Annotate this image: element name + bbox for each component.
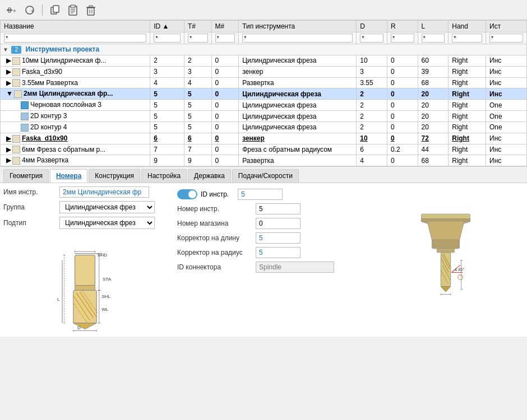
col-header-d[interactable]: D	[357, 21, 387, 32]
tool-num-input[interactable]	[256, 203, 301, 214]
svg-marker-28	[73, 323, 96, 329]
table-row[interactable]: ▶6мм Фреза с обратным р... 7 7 0 Фреза с…	[1, 144, 527, 155]
svg-marker-47	[427, 221, 464, 241]
table-row[interactable]: ▶4мм Развертка 9 9 0 Развертка 4 0 68 Ri…	[1, 155, 527, 166]
filter-name[interactable]	[4, 34, 146, 43]
shl-label: SHL	[101, 294, 110, 299]
filter-ist[interactable]	[489, 34, 523, 43]
form-mid-panel: ID инстр. Номер инстр. Номер магазина Ко…	[177, 186, 362, 333]
svg-point-64	[458, 275, 463, 280]
filter-m[interactable]	[215, 34, 235, 43]
svg-rect-8	[71, 5, 75, 8]
copy-button[interactable]	[48, 3, 62, 17]
table-header-row: Название ID ▲ T# M# Тип инструмента D R …	[1, 21, 527, 32]
col-header-r[interactable]: R	[387, 21, 418, 32]
id-value-input[interactable]	[238, 189, 283, 200]
tool-table: Название ID ▲ T# M# Тип инструмента D R …	[0, 20, 527, 166]
svg-rect-20	[75, 255, 95, 286]
form-right-panel: 4 45°	[368, 186, 524, 333]
len-corr-row: Корректор на длину	[177, 232, 362, 244]
len-corr-input[interactable]	[256, 232, 301, 244]
tool-table-area: Название ID ▲ T# M# Тип инструмента D R …	[0, 20, 527, 167]
tab-geometry[interactable]: Геометрия	[3, 169, 49, 183]
svg-rect-14	[89, 6, 93, 7]
filter-d[interactable]	[360, 34, 383, 43]
svg-text:+: +	[13, 8, 16, 14]
col-header-type[interactable]: Тип инструмента	[239, 21, 357, 32]
filter-type[interactable]	[242, 34, 353, 43]
filter-t[interactable]	[188, 34, 208, 43]
bottom-panel: Геометрия Номера Конструкция Настройка Д…	[0, 167, 527, 337]
tab-settings[interactable]: Настройка	[141, 169, 187, 183]
tab-feeds[interactable]: Подачи/Скорости	[232, 169, 299, 183]
group-expand-btn[interactable]: ▼	[3, 46, 8, 53]
add-tool2-button[interactable]: +	[22, 3, 37, 17]
svg-marker-21	[75, 286, 95, 291]
table-body: ▼ 2 Инструменты проекта ▶10мм Цилиндриче…	[1, 44, 527, 166]
toggle-knob	[188, 190, 196, 198]
id-toggle[interactable]	[177, 189, 197, 199]
svg-rect-48	[432, 240, 460, 249]
filter-hand[interactable]	[452, 34, 482, 43]
table-row[interactable]: ▶10мм Цилиндрическая ф... 2 2 0 Цилиндри…	[1, 55, 527, 67]
col-header-name[interactable]: Название	[1, 21, 150, 32]
group-row: Группа Цилиндрическая фрез	[3, 201, 172, 213]
table-row[interactable]: ▶Faska_d3x90 3 3 0 зенкер 3 0 39 Right И…	[1, 66, 527, 77]
filter-row	[1, 32, 527, 44]
tab-numbers[interactable]: Номера	[50, 169, 87, 183]
tool-name-input[interactable]	[59, 186, 149, 198]
rad-corr-input[interactable]	[256, 247, 301, 258]
rad-corr-row: Корректор на радиус	[177, 247, 362, 258]
connector-label: ID коннектора	[177, 263, 256, 271]
table-row[interactable]: ▼2мм Цилиндрическая фр... 5 5 0 Цилиндри…	[1, 88, 527, 100]
table-row[interactable]: ▶3.55мм Развертка 4 4 0 Развертка 3.55 0…	[1, 77, 527, 88]
tool-name-row: Имя инстр.	[3, 186, 172, 198]
col-header-t[interactable]: T#	[184, 21, 211, 32]
filter-id[interactable]	[154, 34, 181, 43]
group-header-row[interactable]: ▼ 2 Инструменты проекта	[1, 44, 527, 55]
table-row[interactable]: 2D контур 4 5 5 0 Цилиндрическая фреза 2…	[1, 122, 527, 133]
wl-label: WL	[101, 307, 109, 312]
svg-rect-52	[437, 249, 454, 253]
svg-rect-12	[87, 8, 94, 15]
magazine-input[interactable]	[256, 218, 301, 229]
svg-rect-6	[53, 6, 59, 12]
delete-button[interactable]	[84, 3, 98, 17]
form-area: Имя инстр. Группа Цилиндрическая фрез По…	[0, 183, 527, 337]
group-label: Инструменты проекта	[26, 45, 100, 53]
l-label: L	[57, 297, 60, 302]
tabs-bar: Геометрия Номера Конструкция Настройка Д…	[0, 167, 527, 183]
tool-diagram-container: SHD STA SHL WL L	[3, 232, 172, 333]
subtype-select[interactable]: Цилиндрическая фрез	[59, 217, 155, 229]
subtype-label: Подтип	[3, 219, 59, 227]
svg-marker-59	[441, 287, 450, 292]
magazine-row: Номер магазина	[177, 218, 362, 229]
tool-diagram: SHD STA SHL WL L	[43, 232, 132, 333]
form-left-panel: Имя инстр. Группа Цилиндрическая фрез По…	[3, 186, 172, 333]
add-tool-button[interactable]: +	[4, 3, 19, 17]
table-row[interactable]: 2D контур 3 5 5 0 Цилиндрическая фреза 2…	[1, 111, 527, 122]
col-header-id[interactable]: ID ▲	[150, 21, 184, 32]
col-header-l[interactable]: L	[418, 21, 449, 32]
table-row[interactable]: Черновая послойная 3 5 5 0 Цилиндрическа…	[1, 100, 527, 111]
col-header-ist[interactable]: Ист	[486, 21, 527, 32]
tab-holder[interactable]: Державка	[188, 169, 231, 183]
id-toggle-row: ID инстр.	[177, 189, 362, 200]
toggle-label: ID инстр.	[201, 190, 229, 198]
len-corr-label: Корректор на длину	[177, 234, 256, 242]
connector-input[interactable]	[256, 262, 334, 273]
tab-construction[interactable]: Конструкция	[89, 169, 140, 183]
tool-num-row: Номер инстр.	[177, 203, 362, 214]
filter-l[interactable]	[422, 34, 445, 43]
group-select[interactable]: Цилиндрическая фрез	[59, 201, 155, 213]
col-header-hand[interactable]: Hand	[449, 21, 486, 32]
col-header-m[interactable]: M#	[211, 21, 239, 32]
table-row[interactable]: ▶Faska_d10x90 6 6 0 зенкер 10 0 72 Right…	[1, 133, 527, 144]
paste-button[interactable]	[66, 3, 80, 17]
tool-num-label: Номер инстр.	[177, 205, 256, 213]
group-badge: 2	[11, 46, 21, 54]
tool-name-label: Имя инстр.	[3, 188, 59, 196]
group-label: Группа	[3, 203, 59, 211]
filter-r[interactable]	[391, 34, 414, 43]
toolbar: + +	[0, 0, 527, 20]
